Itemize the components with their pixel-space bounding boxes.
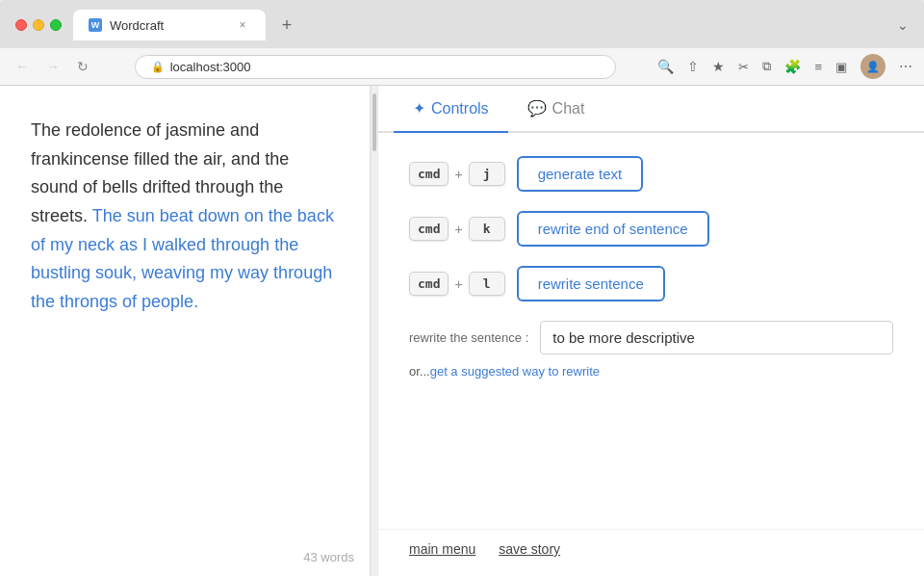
traffic-lights (15, 19, 62, 31)
plus-j: + (454, 167, 462, 182)
rewrite-label: rewrite the sentence : (409, 330, 528, 345)
maximize-window-button[interactable] (50, 19, 62, 31)
suggest-way-link[interactable]: get a suggested way to rewrite (430, 364, 600, 379)
menu-icon[interactable]: ⋯ (899, 59, 912, 74)
rewrite-input-row: rewrite the sentence : (409, 321, 893, 354)
plus-k: + (454, 222, 462, 237)
kbd-k: k (469, 217, 505, 241)
panel-tabs: ✦ Controls 💬 Chat (378, 86, 924, 133)
editor-text-area[interactable]: The redolence of jasmine and frankincens… (0, 86, 370, 542)
tab-title: Wordcraft (110, 18, 164, 33)
forward-button[interactable]: → (42, 57, 64, 76)
controls-content: cmd + j generate text cmd + k rewrite en… (378, 133, 924, 529)
main-menu-button[interactable]: main menu (409, 541, 475, 557)
lock-icon: 🔒 (151, 61, 165, 73)
sidebar-icon[interactable]: ▣ (835, 60, 847, 74)
tab-controls-label: Controls (431, 100, 489, 118)
kbd-cmd-l: cmd (409, 272, 449, 296)
url-text: localhost:3000 (170, 60, 251, 74)
scissors-icon[interactable]: ✂ (738, 60, 749, 74)
address-actions: 🔍 ⇧ ★ ✂ ⧉ 🧩 ≡ ▣ 👤 ⋯ (657, 54, 912, 79)
sparkle-icon: ✦ (413, 99, 425, 118)
app-content: The redolence of jasmine and frankincens… (0, 86, 924, 576)
word-count: 43 words (0, 542, 370, 576)
suggest-prefix: or... (409, 364, 430, 379)
url-bar[interactable]: 🔒 localhost:3000 (135, 55, 616, 79)
title-bar: W Wordcraft × + ⌄ (0, 0, 924, 48)
suggest-link-row: or...get a suggested way to rewrite (409, 364, 893, 379)
extensions-icon[interactable]: 🧩 (784, 59, 801, 74)
bottom-actions: main menu save story (378, 529, 924, 576)
kbd-group-l: cmd + l (409, 272, 505, 296)
rewrite-input-field[interactable] (540, 321, 893, 354)
minimize-window-button[interactable] (33, 19, 44, 31)
scroll-thumb[interactable] (372, 93, 376, 151)
share-icon[interactable]: ⇧ (687, 59, 699, 74)
shortcut-row-generate: cmd + j generate text (409, 156, 893, 192)
tab-chat-label: Chat (552, 100, 585, 118)
bookmark-icon[interactable]: ★ (712, 59, 725, 74)
new-tab-button[interactable]: + (273, 12, 300, 39)
tab-favicon: W (89, 18, 102, 32)
kbd-group-j: cmd + j (409, 162, 505, 186)
scroll-divider (371, 86, 378, 576)
controls-panel: ✦ Controls 💬 Chat cmd + j generat (378, 86, 924, 576)
back-button[interactable]: ← (12, 57, 33, 76)
plus-l: + (454, 276, 462, 292)
browser-tab-wordcraft[interactable]: W Wordcraft × (73, 10, 266, 40)
tab-controls[interactable]: ✦ Controls (394, 86, 508, 131)
kbd-group-k: cmd + k (409, 217, 505, 241)
reader-icon[interactable]: ≡ (814, 60, 822, 74)
kbd-cmd-k: cmd (409, 217, 449, 241)
shortcut-row-rewrite: cmd + l rewrite sentence (409, 266, 893, 301)
profile-avatar[interactable]: 👤 (860, 54, 886, 79)
refresh-button[interactable]: ↻ (73, 57, 92, 76)
browser-window: W Wordcraft × + ⌄ ← → ↻ 🔒 localhost:3000… (0, 0, 924, 576)
tab-chat[interactable]: 💬 Chat (508, 86, 604, 131)
kbd-l: l (469, 272, 505, 296)
rewrite-sentence-button[interactable]: rewrite sentence (517, 266, 665, 301)
kbd-cmd-j: cmd (409, 162, 449, 186)
tab-bar: W Wordcraft × + (73, 10, 886, 40)
chat-icon: 💬 (527, 99, 547, 118)
window-controls-right: ⌄ (897, 17, 909, 33)
tab-close-button[interactable]: × (235, 17, 250, 33)
rewrite-section: rewrite the sentence : or...get a sugges… (409, 321, 893, 379)
address-bar: ← → ↻ 🔒 localhost:3000 🔍 ⇧ ★ ✂ ⧉ 🧩 ≡ ▣ 👤… (0, 48, 924, 86)
editor-panel: The redolence of jasmine and frankincens… (0, 86, 371, 576)
close-window-button[interactable] (15, 19, 27, 31)
shortcut-row-rewrite-end: cmd + k rewrite end of sentence (409, 211, 893, 247)
rewrite-end-of-sentence-button[interactable]: rewrite end of sentence (517, 211, 709, 247)
copy-icon[interactable]: ⧉ (762, 59, 771, 74)
save-story-button[interactable]: save story (499, 541, 560, 557)
zoom-icon[interactable]: 🔍 (657, 59, 674, 74)
kbd-j: j (469, 162, 505, 186)
generate-text-button[interactable]: generate text (517, 156, 644, 192)
